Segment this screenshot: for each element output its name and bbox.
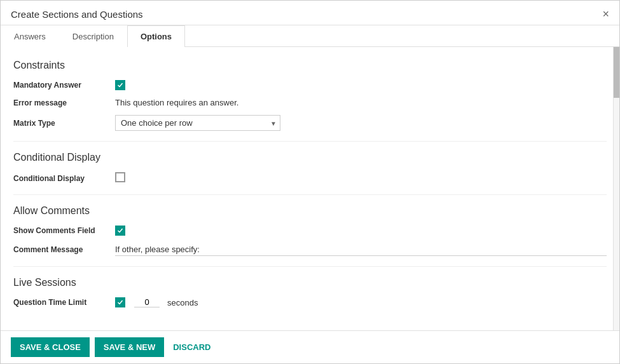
constraints-section: Constraints Mandatory Answer Error messa… xyxy=(13,60,607,131)
conditional-display-section: Conditional Display Conditional Display xyxy=(13,152,607,184)
discard-button[interactable]: DISCARD xyxy=(169,337,214,357)
conditional-display-value xyxy=(115,172,607,184)
comment-message-label: Comment Message xyxy=(13,245,115,254)
matrix-type-row: Matrix Type One choice per row One choic… xyxy=(13,115,607,131)
tabs-bar: Answers Description Options xyxy=(1,25,619,47)
live-sessions-title: Live Sessions xyxy=(13,277,607,288)
show-comments-label: Show Comments Field xyxy=(13,226,115,235)
comment-message-input[interactable] xyxy=(115,243,607,256)
modal-body: Constraints Mandatory Answer Error messa… xyxy=(1,47,619,330)
scrollbar-track[interactable] xyxy=(613,47,619,330)
matrix-type-select-wrapper: One choice per row One choice per column… xyxy=(115,115,280,131)
show-comments-row: Show Comments Field xyxy=(13,226,607,236)
time-limit-row: Question Time Limit seconds xyxy=(13,297,607,307)
time-limit-input[interactable] xyxy=(134,297,160,307)
save-close-button[interactable]: SAVE & CLOSE xyxy=(11,337,90,357)
error-message-label: Error message xyxy=(13,98,115,107)
divider-3 xyxy=(13,266,607,267)
show-comments-value xyxy=(115,226,607,236)
time-limit-checkbox[interactable] xyxy=(115,297,125,307)
conditional-display-checkbox[interactable] xyxy=(115,172,125,182)
modal-footer: SAVE & CLOSE SAVE & NEW DISCARD xyxy=(1,330,619,363)
comment-message-row: Comment Message xyxy=(13,243,607,256)
close-button[interactable]: × xyxy=(602,8,609,20)
error-message-row: Error message This question requires an … xyxy=(13,98,607,107)
modal-title: Create Sections and Questions xyxy=(11,9,143,20)
mandatory-answer-value xyxy=(115,80,607,90)
scrollbar-thumb[interactable] xyxy=(614,47,619,98)
create-sections-modal: Create Sections and Questions × Answers … xyxy=(0,0,620,364)
modal-header: Create Sections and Questions × xyxy=(1,1,619,25)
matrix-type-value: One choice per row One choice per column… xyxy=(115,115,607,131)
live-sessions-section: Live Sessions Question Time Limit second… xyxy=(13,277,607,307)
tab-options[interactable]: Options xyxy=(127,25,185,47)
tab-description[interactable]: Description xyxy=(59,25,127,47)
conditional-display-label: Conditional Display xyxy=(13,174,115,183)
mandatory-answer-label: Mandatory Answer xyxy=(13,81,115,90)
constraints-title: Constraints xyxy=(13,60,607,71)
save-new-button[interactable]: SAVE & NEW xyxy=(95,337,164,357)
tab-answers[interactable]: Answers xyxy=(1,25,59,47)
allow-comments-section: Allow Comments Show Comments Field Comme… xyxy=(13,205,607,256)
time-limit-label: Question Time Limit xyxy=(13,298,115,307)
mandatory-answer-row: Mandatory Answer xyxy=(13,80,607,90)
matrix-type-label: Matrix Type xyxy=(13,119,115,128)
conditional-display-row: Conditional Display xyxy=(13,172,607,184)
comment-message-value xyxy=(115,243,607,256)
divider-1 xyxy=(13,141,607,142)
allow-comments-title: Allow Comments xyxy=(13,205,607,217)
conditional-display-title: Conditional Display xyxy=(13,152,607,163)
divider-2 xyxy=(13,194,607,195)
seconds-label: seconds xyxy=(167,298,198,307)
show-comments-checkbox[interactable] xyxy=(115,226,125,236)
time-limit-value: seconds xyxy=(115,297,607,307)
matrix-type-select[interactable]: One choice per row One choice per column… xyxy=(115,115,280,131)
mandatory-answer-checkbox[interactable] xyxy=(115,80,125,90)
error-message-value: This question requires an answer. xyxy=(115,98,607,107)
